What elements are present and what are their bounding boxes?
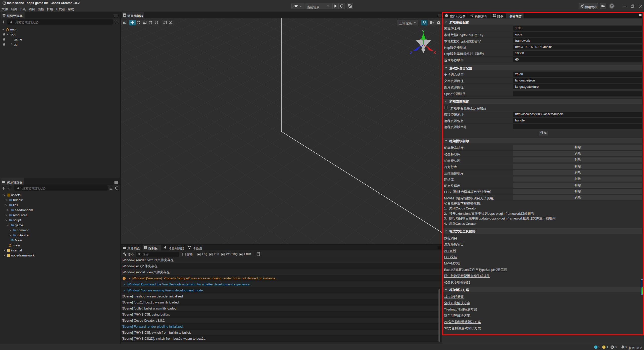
svg-text:Y: Y: [422, 30, 425, 34]
svg-text:X: X: [433, 51, 436, 55]
svg-text:?: ?: [611, 4, 613, 8]
svg-text:Z: Z: [410, 51, 412, 55]
